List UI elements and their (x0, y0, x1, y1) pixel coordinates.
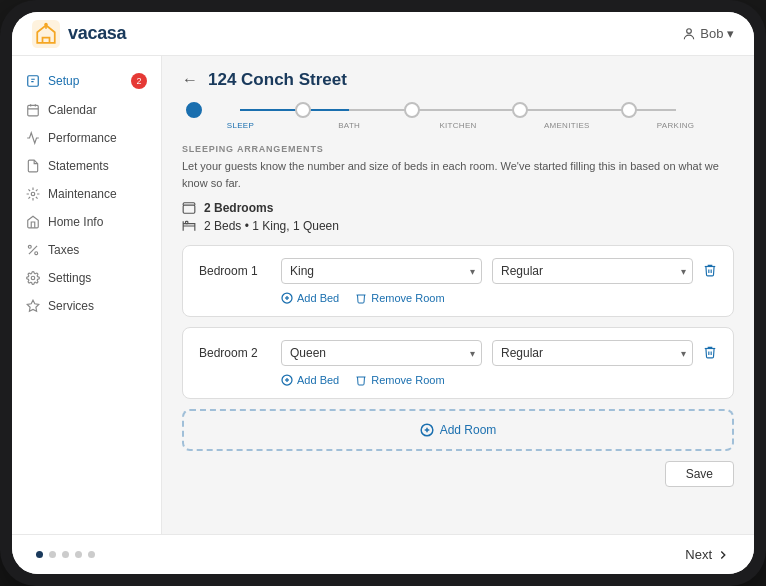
tablet-screen: vacasa Bob ▾ Setup (12, 12, 754, 574)
logo-text: vacasa (68, 23, 126, 44)
user-icon (682, 27, 696, 41)
sidebar-item-home-info[interactable]: Home Info (12, 208, 161, 236)
sidebar-item-calendar[interactable]: Calendar (12, 96, 161, 124)
bedroom-2-card: Bedroom 2 Queen King Full Twin Regul (182, 327, 734, 399)
svg-point-7 (28, 245, 31, 248)
add-bed-icon (281, 292, 293, 304)
page-title: 124 Conch Street (208, 70, 347, 90)
sidebar-label-taxes: Taxes (48, 243, 79, 257)
sidebar-item-maintenance[interactable]: Maintenance (12, 180, 161, 208)
settings-icon (26, 271, 40, 285)
home-icon (26, 215, 40, 229)
step-sleep[interactable]: Sleep (186, 102, 295, 130)
sidebar-item-setup[interactable]: Setup 2 (12, 66, 161, 96)
bedroom-2-bed-size-select[interactable]: Regular Large Small (492, 340, 693, 366)
bedroom-1-card: Bedroom 1 King Queen Full Twin Regul (182, 245, 734, 317)
tablet-frame: vacasa Bob ▾ Setup (0, 0, 766, 586)
svg-rect-12 (186, 221, 188, 223)
step-bath[interactable]: Bath (295, 102, 404, 130)
bottom-nav: Next (12, 534, 754, 574)
bedrooms-count: 2 Bedrooms (204, 201, 273, 215)
step-label-sleep: Sleep (227, 121, 254, 130)
bedroom-1-bed-type-select[interactable]: King Queen Full Twin (281, 258, 482, 284)
sidebar-label-home-info: Home Info (48, 215, 103, 229)
dot-2 (49, 551, 56, 558)
bedroom-1-row: Bedroom 1 King Queen Full Twin Regul (199, 258, 717, 284)
logo-area: vacasa (32, 20, 126, 48)
main-layout: Setup 2 Calendar Performance (12, 56, 754, 534)
bedroom-2-bed-type-wrapper: Queen King Full Twin (281, 340, 482, 366)
sidebar-item-label-setup: Setup (48, 74, 79, 88)
bedroom-1-remove-room-button[interactable]: Remove Room (355, 292, 444, 304)
next-button[interactable]: Next (685, 547, 730, 562)
sidebar-label-calendar: Calendar (48, 103, 97, 117)
svg-point-1 (44, 22, 48, 26)
step-kitchen[interactable]: Kitchen (404, 102, 513, 130)
svg-rect-4 (28, 105, 39, 116)
page-header: ← 124 Conch Street (182, 70, 734, 90)
bedroom-1-trash-button[interactable] (703, 263, 717, 280)
bedroom-2-trash-button[interactable] (703, 345, 717, 362)
bedroom-2-bed-type-select[interactable]: Queen King Full Twin (281, 340, 482, 366)
pagination-dots (36, 551, 95, 558)
dot-1 (36, 551, 43, 558)
sidebar-item-services[interactable]: Services (12, 292, 161, 320)
dot-5 (88, 551, 95, 558)
step-parking[interactable]: Parking (621, 102, 730, 130)
save-button[interactable]: Save (665, 461, 734, 487)
bedroom-1-actions: Add Bed Remove Room (199, 292, 717, 304)
remove-room-icon (355, 292, 367, 304)
sidebar-item-performance[interactable]: Performance (12, 124, 161, 152)
bedroom-1-label: Bedroom 1 (199, 264, 271, 278)
svg-point-5 (31, 192, 35, 196)
svg-rect-11 (183, 205, 195, 213)
bedroom-icon (182, 201, 196, 215)
section-description: Let your guests know the number and size… (182, 158, 734, 191)
remove-room-2-icon (355, 374, 367, 386)
bedroom-2-actions: Add Bed Remove Room (199, 374, 717, 386)
bedroom-2-bed-size-wrapper: Regular Large Small (492, 340, 693, 366)
svg-point-9 (31, 276, 35, 280)
back-button[interactable]: ← (182, 71, 198, 89)
sidebar: Setup 2 Calendar Performance (12, 56, 162, 534)
sidebar-label-maintenance: Maintenance (48, 187, 117, 201)
bedroom-1-bed-size-select[interactable]: Regular Large Small (492, 258, 693, 284)
add-room-label: Add Room (440, 423, 497, 437)
sidebar-item-taxes[interactable]: Taxes (12, 236, 161, 264)
add-bed-2-icon (281, 374, 293, 386)
bedroom-2-add-bed-button[interactable]: Add Bed (281, 374, 339, 386)
add-room-icon (420, 423, 434, 437)
step-circle-amenities (512, 102, 528, 118)
bed-icon (182, 219, 196, 233)
step-circle-bath (295, 102, 311, 118)
svg-point-8 (35, 252, 38, 255)
bedroom-1-bed-size-wrapper: Regular Large Small (492, 258, 693, 284)
sidebar-item-statements[interactable]: Statements (12, 152, 161, 180)
top-bar: vacasa Bob ▾ (12, 12, 754, 56)
add-room-card[interactable]: Add Room (182, 409, 734, 451)
progress-steps: Sleep Bath (182, 102, 734, 130)
chevron-right-icon (716, 548, 730, 562)
svg-line-6 (29, 246, 37, 254)
bedroom-1-add-bed-button[interactable]: Add Bed (281, 292, 339, 304)
bedroom-2-row: Bedroom 2 Queen King Full Twin Regul (199, 340, 717, 366)
dot-4 (75, 551, 82, 558)
step-label-amenities: Amenities (544, 121, 590, 130)
svg-marker-10 (27, 300, 39, 311)
sidebar-label-settings: Settings (48, 271, 91, 285)
sidebar-item-settings[interactable]: Settings (12, 264, 161, 292)
user-menu[interactable]: Bob ▾ (682, 26, 734, 41)
svg-point-2 (687, 28, 692, 33)
step-amenities[interactable]: Amenities (512, 102, 621, 130)
step-circle-kitchen (404, 102, 420, 118)
performance-icon (26, 131, 40, 145)
bedroom-1-bed-type-wrapper: King Queen Full Twin (281, 258, 482, 284)
beds-summary: 2 Beds • 1 King, 1 Queen (204, 219, 339, 233)
step-label-parking: Parking (657, 121, 695, 130)
section-label: SLEEPING ARRANGEMENTS (182, 144, 734, 154)
statements-icon (26, 159, 40, 173)
bedroom-2-remove-room-button[interactable]: Remove Room (355, 374, 444, 386)
sidebar-label-services: Services (48, 299, 94, 313)
bedroom-1-add-bed-label: Add Bed (297, 292, 339, 304)
add-room-button[interactable]: Add Room (420, 423, 497, 437)
